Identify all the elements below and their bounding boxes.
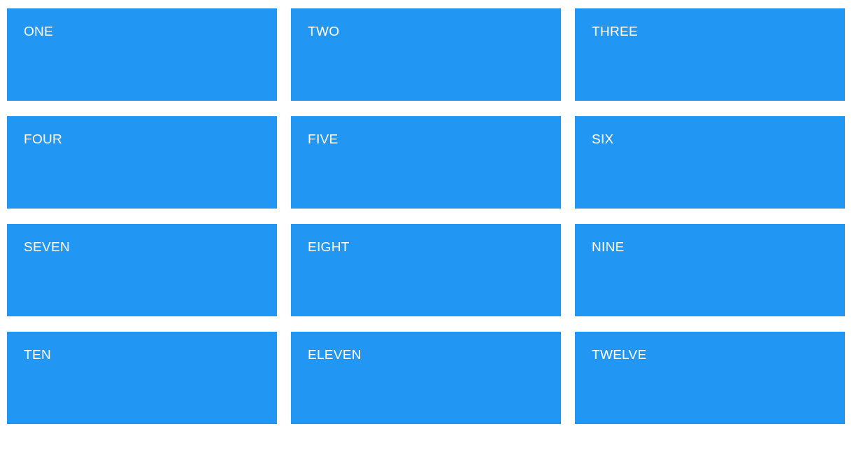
card-label: THREE <box>592 24 638 38</box>
card-one[interactable]: ONE <box>7 8 277 101</box>
card-label: TWELVE <box>592 347 647 362</box>
card-eight[interactable]: EIGHT <box>291 224 561 316</box>
card-label: TWO <box>308 24 339 38</box>
card-six[interactable]: SIX <box>575 116 845 209</box>
card-label: FIVE <box>308 132 338 146</box>
card-label: FOUR <box>24 132 62 146</box>
card-two[interactable]: TWO <box>291 8 561 101</box>
card-label: NINE <box>592 239 625 254</box>
card-three[interactable]: THREE <box>575 8 845 101</box>
card-label: TEN <box>24 347 51 362</box>
card-eleven[interactable]: ELEVEN <box>291 332 561 424</box>
card-label: ONE <box>24 24 53 38</box>
card-seven[interactable]: SEVEN <box>7 224 277 316</box>
card-label: ELEVEN <box>308 347 362 362</box>
card-label: SEVEN <box>24 239 70 254</box>
card-five[interactable]: FIVE <box>291 116 561 209</box>
card-grid: ONE TWO THREE FOUR FIVE SIX SEVEN EIGHT … <box>7 8 861 424</box>
card-label: SIX <box>592 132 614 146</box>
card-twelve[interactable]: TWELVE <box>575 332 845 424</box>
card-label: EIGHT <box>308 239 350 254</box>
card-ten[interactable]: TEN <box>7 332 277 424</box>
card-four[interactable]: FOUR <box>7 116 277 209</box>
card-nine[interactable]: NINE <box>575 224 845 316</box>
